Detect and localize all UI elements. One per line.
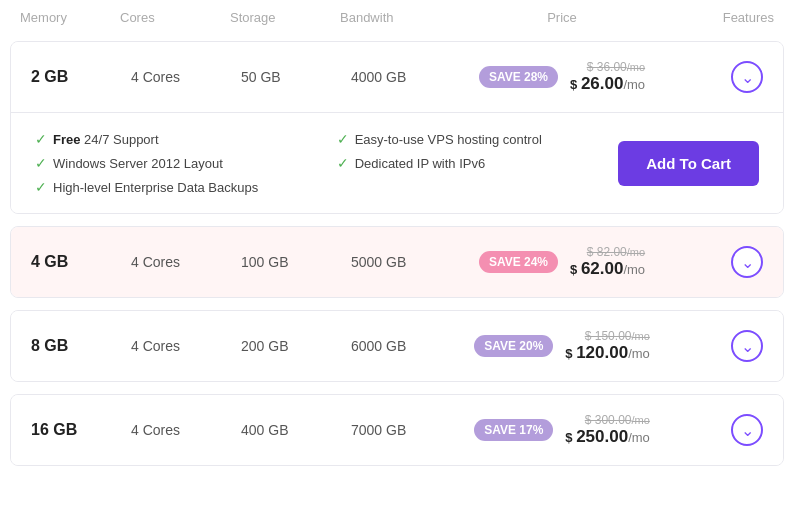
plan-16gb-price-area: SAVE 17% $ 300.00/mo $ 250.00/mo — [471, 413, 653, 447]
col-header-memory: Memory — [20, 10, 120, 25]
plan-8gb-save-badge: SAVE 20% — [474, 335, 553, 357]
feature-windows-server: ✓ Windows Server 2012 Layout — [35, 155, 317, 171]
plan-2gb-features: ✓ Free 24/7 Support ✓ Easy-to-use VPS ho… — [35, 131, 618, 195]
plan-16gb-toggle: ⌄ — [653, 414, 763, 446]
check-icon-4: ✓ — [337, 155, 349, 171]
check-icon-5: ✓ — [35, 179, 47, 195]
plan-16gb-storage: 400 GB — [241, 422, 351, 438]
plan-2gb-storage: 50 GB — [241, 69, 351, 85]
plan-16gb-save-badge: SAVE 17% — [474, 419, 553, 441]
plan-4gb-storage: 100 GB — [241, 254, 351, 270]
plan-8gb-row[interactable]: 8 GB 4 Cores 200 GB 6000 GB SAVE 20% $ 1… — [11, 311, 783, 381]
feature-backups: ✓ High-level Enterprise Data Backups — [35, 179, 317, 195]
plan-4gb-wrapper: 4 GB 4 Cores 100 GB 5000 GB SAVE 24% $ 8… — [0, 220, 794, 304]
feature-free-support: ✓ Free 24/7 Support — [35, 131, 317, 147]
col-header-features: Features — [664, 10, 774, 25]
plan-8gb-wrapper: 8 GB 4 Cores 200 GB 6000 GB SAVE 20% $ 1… — [0, 304, 794, 388]
check-icon-3: ✓ — [35, 155, 47, 171]
col-header-storage: Storage — [230, 10, 340, 25]
plan-16gb-memory: 16 GB — [31, 421, 131, 439]
plan-2gb-memory: 2 GB — [31, 68, 131, 86]
plan-2gb-cores: 4 Cores — [131, 69, 241, 85]
plan-16gb-row[interactable]: 16 GB 4 Cores 400 GB 7000 GB SAVE 17% $ … — [11, 395, 783, 465]
plan-16gb-old-price: $ 300.00/mo — [565, 413, 650, 427]
table-header: Memory Cores Storage Bandwith Price Feat… — [0, 0, 794, 35]
feature-vps-control: ✓ Easy-to-use VPS hosting control — [337, 131, 619, 147]
plan-8gb-toggle-btn[interactable]: ⌄ — [731, 330, 763, 362]
plan-4gb-band: 5000 GB — [351, 254, 471, 270]
col-header-price: Price — [460, 10, 664, 25]
plan-2gb-toggle: ⌄ — [653, 61, 763, 93]
plan-8gb-cores: 4 Cores — [131, 338, 241, 354]
check-icon-2: ✓ — [337, 131, 349, 147]
col-header-cores: Cores — [120, 10, 230, 25]
plan-4gb-toggle: ⌄ — [653, 246, 763, 278]
plan-4gb-old-price: $ 82.00/mo — [570, 245, 645, 259]
plan-4gb-price-area: SAVE 24% $ 82.00/mo $ 62.00/mo — [471, 245, 653, 279]
plan-16gb-band: 7000 GB — [351, 422, 471, 438]
plan-2gb-row[interactable]: 2 GB 4 Cores 50 GB 4000 GB SAVE 28% $ 36… — [11, 42, 783, 113]
plan-4gb-card: 4 GB 4 Cores 100 GB 5000 GB SAVE 24% $ 8… — [10, 226, 784, 298]
plan-4gb-memory: 4 GB — [31, 253, 131, 271]
plan-16gb-wrapper: 16 GB 4 Cores 400 GB 7000 GB SAVE 17% $ … — [0, 388, 794, 472]
plan-8gb-price-block: $ 150.00/mo $ 120.00/mo — [565, 329, 650, 363]
plan-16gb-card: 16 GB 4 Cores 400 GB 7000 GB SAVE 17% $ … — [10, 394, 784, 466]
plan-8gb-new-price: $ 120.00/mo — [565, 343, 650, 363]
plan-4gb-row[interactable]: 4 GB 4 Cores 100 GB 5000 GB SAVE 24% $ 8… — [11, 227, 783, 297]
plan-16gb-new-price: $ 250.00/mo — [565, 427, 650, 447]
plan-2gb-wrapper: 2 GB 4 Cores 50 GB 4000 GB SAVE 28% $ 36… — [0, 35, 794, 220]
plan-16gb-price-block: $ 300.00/mo $ 250.00/mo — [565, 413, 650, 447]
check-icon-1: ✓ — [35, 131, 47, 147]
plan-8gb-memory: 8 GB — [31, 337, 131, 355]
plan-2gb-details: ✓ Free 24/7 Support ✓ Easy-to-use VPS ho… — [11, 113, 783, 213]
plan-8gb-band: 6000 GB — [351, 338, 471, 354]
plan-16gb-toggle-btn[interactable]: ⌄ — [731, 414, 763, 446]
plan-8gb-old-price: $ 150.00/mo — [565, 329, 650, 343]
plan-2gb-save-badge: SAVE 28% — [479, 66, 558, 88]
plan-8gb-storage: 200 GB — [241, 338, 351, 354]
plan-16gb-cores: 4 Cores — [131, 422, 241, 438]
plan-8gb-price-area: SAVE 20% $ 150.00/mo $ 120.00/mo — [471, 329, 653, 363]
plan-2gb-card: 2 GB 4 Cores 50 GB 4000 GB SAVE 28% $ 36… — [10, 41, 784, 214]
plan-2gb-new-price: $ 26.00/mo — [570, 74, 645, 94]
plan-4gb-new-price: $ 62.00/mo — [570, 259, 645, 279]
plan-2gb-price-area: SAVE 28% $ 36.00/mo $ 26.00/mo — [471, 60, 653, 94]
plan-4gb-save-badge: SAVE 24% — [479, 251, 558, 273]
plan-2gb-toggle-btn[interactable]: ⌄ — [731, 61, 763, 93]
plan-4gb-toggle-btn[interactable]: ⌄ — [731, 246, 763, 278]
feature-dedicated-ip: ✓ Dedicated IP with IPv6 — [337, 155, 619, 171]
plan-8gb-card: 8 GB 4 Cores 200 GB 6000 GB SAVE 20% $ 1… — [10, 310, 784, 382]
col-header-band: Bandwith — [340, 10, 460, 25]
plan-2gb-band: 4000 GB — [351, 69, 471, 85]
plan-4gb-cores: 4 Cores — [131, 254, 241, 270]
plan-4gb-price-block: $ 82.00/mo $ 62.00/mo — [570, 245, 645, 279]
plan-8gb-toggle: ⌄ — [653, 330, 763, 362]
plan-2gb-price-block: $ 36.00/mo $ 26.00/mo — [570, 60, 645, 94]
plan-2gb-old-price: $ 36.00/mo — [570, 60, 645, 74]
add-to-cart-button[interactable]: Add To Cart — [618, 141, 759, 186]
